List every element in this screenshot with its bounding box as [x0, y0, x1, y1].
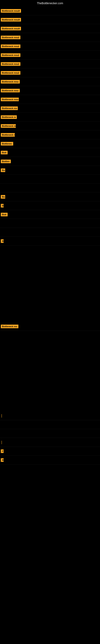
bottleneck-badge: Bottlen [1, 160, 11, 163]
bottleneck-badge: Bottleneck resul [1, 44, 20, 48]
bottleneck-badge: Bottleneck re [1, 115, 17, 119]
bottleneck-badge: Bottleneck resu [1, 98, 19, 101]
table-row-bottom: F [0, 447, 100, 456]
table-row: Bottleneck result [0, 6, 100, 15]
table-row: Bottleneck resu [0, 77, 100, 86]
bottleneck-badge: Bottleneck result [1, 9, 21, 13]
table-row [0, 228, 100, 237]
table-row [0, 219, 100, 228]
table-row-bottom: B [0, 456, 100, 464]
table-row-bottom: | [0, 411, 100, 420]
table-row: Bottleneck result [0, 24, 100, 33]
table-row: Bottleneck re [0, 130, 100, 139]
bottleneck-badge: Bottleneck re [1, 133, 15, 137]
table-row: Bottleneck result [0, 15, 100, 24]
bottleneck-badge-f: F [1, 450, 3, 453]
bottleneck-badge: Bottleneck resul [1, 62, 20, 66]
bottleneck-badge: Bottleneck result [1, 27, 21, 30]
table-row-bottom [0, 420, 100, 429]
bottleneck-badge: Bottleneck res [1, 106, 18, 110]
bottleneck-badge: Bottleneck resul [1, 71, 20, 75]
bottleneck-badge: B [1, 239, 3, 243]
bottleneck-badge: Bottleneck resul [1, 36, 20, 39]
table-row: Bottleneck res [0, 104, 100, 113]
bottleneck-badge: Bottlenec [1, 142, 13, 146]
table-row-bottom [0, 429, 100, 438]
table-row: Bott [0, 210, 100, 219]
bottleneck-badge-lower: Bottleneck res [1, 324, 18, 328]
table-row: Bottleneck resul [0, 68, 100, 77]
table-row: Bottleneck resu [0, 86, 100, 95]
site-title: TheBottlenecker.com [0, 0, 100, 6]
table-row: Bo [0, 192, 100, 201]
bottleneck-badge: Bottleneck resul [1, 53, 20, 57]
bottleneck-badge: Bottleneck resu [1, 89, 20, 92]
spacer-section-2 [0, 331, 100, 411]
site-header: TheBottlenecker.com [0, 0, 100, 6]
table-row: Bottleneck resul [0, 51, 100, 60]
bottleneck-badge: B [1, 204, 3, 208]
table-row: Bo [0, 166, 100, 175]
bottleneck-badge: Bottleneck re [1, 124, 16, 128]
bottleneck-badge-b: B [1, 458, 3, 462]
bottleneck-badge: Bo [1, 168, 5, 172]
table-row: Bottleneck re [0, 122, 100, 130]
table-row: B [0, 201, 100, 210]
table-row: Bottleneck resul [0, 42, 100, 51]
table-row: Bottleneck re [0, 113, 100, 122]
table-row-lower: Bottleneck res [0, 322, 100, 331]
table-row [0, 175, 100, 184]
table-row: Bottlenec [0, 139, 100, 148]
table-row [0, 184, 100, 192]
bottleneck-badge: Bott [1, 213, 8, 216]
pipe-indicator: | [0, 413, 3, 418]
bottleneck-badge: Bottleneck resu [1, 80, 20, 84]
bottleneck-badge: Bott [1, 151, 8, 154]
bottleneck-badge: Bottleneck result [1, 18, 21, 22]
table-row: Bottleneck resu [0, 95, 100, 104]
table-row: Bottleneck resul [0, 60, 100, 68]
pipe-indicator-2: | [0, 439, 3, 445]
table-row: Bottleneck resul [0, 33, 100, 42]
table-row: Bott [0, 148, 100, 157]
table-row: Bottlen [0, 157, 100, 166]
table-row: B [0, 237, 100, 246]
spacer-section [0, 246, 100, 322]
table-row-bottom: | [0, 438, 100, 447]
bottleneck-badge: Bo [1, 195, 5, 199]
